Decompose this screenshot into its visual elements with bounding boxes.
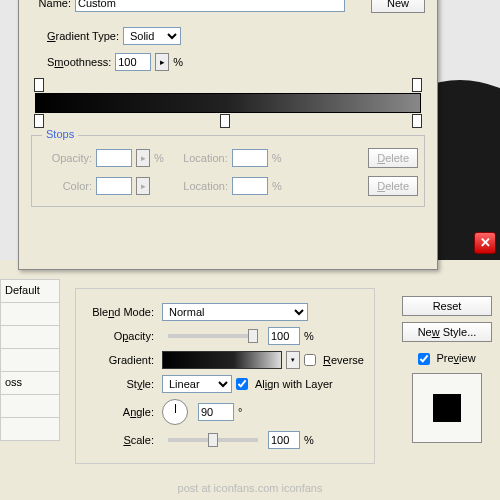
align-label: Align with Layer xyxy=(255,378,333,390)
blend-mode-select[interactable]: Normal xyxy=(162,303,308,321)
delete-color-stop-button: Delete xyxy=(368,176,418,196)
gradient-label: Gradient: xyxy=(84,354,154,366)
angle-input[interactable] xyxy=(198,403,234,421)
gradient-overlay-options: Blend Mode: Normal Opacity: % Gradient: … xyxy=(75,288,375,464)
color-stop-mid[interactable] xyxy=(220,114,230,128)
stop-location-input-2 xyxy=(232,177,268,195)
preview-checkbox[interactable] xyxy=(418,353,430,365)
style-label: Style: xyxy=(84,378,154,390)
name-input[interactable] xyxy=(75,0,345,12)
reset-button[interactable]: Reset xyxy=(402,296,492,316)
stop-opacity-spinner: ▸ xyxy=(136,149,150,167)
name-label: Name: xyxy=(31,0,71,9)
stop-location-label-2: Location: xyxy=(168,180,228,192)
credit-text: post at iconfans.com iconfans xyxy=(0,482,500,494)
stop-opacity-label: Opacity: xyxy=(38,152,92,164)
sidebar-item-oss[interactable]: oss xyxy=(0,371,60,395)
smoothness-label: Smoothness: xyxy=(47,56,111,68)
angle-dial[interactable] xyxy=(162,399,188,425)
opacity-stop-left[interactable] xyxy=(34,78,44,92)
sidebar-item[interactable] xyxy=(0,394,60,418)
stop-color-spinner: ▸ xyxy=(136,177,150,195)
delete-opacity-stop-button: Delete xyxy=(368,148,418,168)
angle-label: Angle: xyxy=(84,406,154,418)
stops-fieldset: Stops Opacity: ▸ % Location: % Delete Co… xyxy=(31,135,425,207)
opacity-slider[interactable] xyxy=(168,334,258,338)
percent-label: % xyxy=(173,56,183,68)
new-style-button[interactable]: New Style... xyxy=(402,322,492,342)
stop-location-input-1 xyxy=(232,149,268,167)
reverse-label: Reverse xyxy=(323,354,364,366)
color-stop-left[interactable] xyxy=(34,114,44,128)
stop-color-input xyxy=(96,177,132,195)
stop-color-label: Color: xyxy=(38,180,92,192)
gradient-bar[interactable] xyxy=(35,93,421,113)
new-button[interactable]: New xyxy=(371,0,425,13)
stops-legend: Stops xyxy=(42,128,78,140)
sidebar-item[interactable] xyxy=(0,302,60,326)
opacity-stop-right[interactable] xyxy=(412,78,422,92)
smoothness-spinner[interactable]: ▸ xyxy=(155,53,169,71)
align-checkbox[interactable] xyxy=(236,378,248,390)
blend-mode-label: Blend Mode: xyxy=(84,306,154,318)
preview-label: Preview xyxy=(436,352,475,364)
stop-opacity-input xyxy=(96,149,132,167)
sidebar-item-default[interactable]: Default xyxy=(0,279,60,303)
gradient-type-label: Gradient Type: xyxy=(47,30,119,42)
style-select[interactable]: Linear xyxy=(162,375,232,393)
reverse-checkbox[interactable] xyxy=(304,354,316,366)
color-stop-right[interactable] xyxy=(412,114,422,128)
gradient-type-select[interactable]: Solid xyxy=(123,27,181,45)
scale-label: Scale: xyxy=(84,434,154,446)
smoothness-input[interactable] xyxy=(115,53,151,71)
close-icon[interactable]: ✕ xyxy=(474,232,496,254)
gradient-dropdown-icon[interactable]: ▾ xyxy=(286,351,300,369)
opacity-label: Opacity: xyxy=(84,330,154,342)
style-list: Default oss xyxy=(0,280,60,441)
sidebar-item[interactable] xyxy=(0,325,60,349)
sidebar-item[interactable] xyxy=(0,348,60,372)
preview-swatch xyxy=(433,394,461,422)
gradient-swatch[interactable] xyxy=(162,351,282,369)
scale-slider[interactable] xyxy=(168,438,258,442)
stop-location-label-1: Location: xyxy=(168,152,228,164)
opacity-input[interactable] xyxy=(268,327,300,345)
sidebar-item[interactable] xyxy=(0,417,60,441)
preview-box xyxy=(412,373,482,443)
right-column: Reset New Style... Preview xyxy=(402,296,492,443)
scale-input[interactable] xyxy=(268,431,300,449)
gradient-editor-dialog: Name: New Gradient Type: Solid Smoothnes… xyxy=(18,0,438,270)
